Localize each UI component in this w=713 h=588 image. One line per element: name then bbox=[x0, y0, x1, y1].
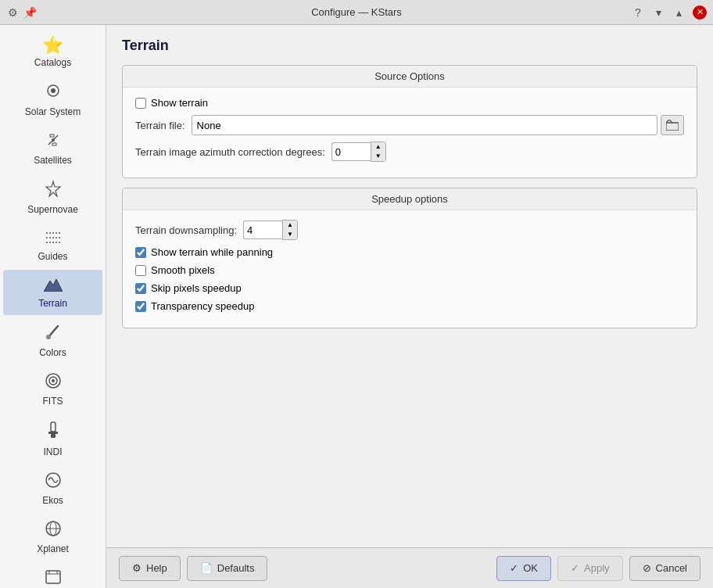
defaults-label: Defaults bbox=[217, 562, 255, 574]
main-container: ⭐ Catalogs Solar System Satellites bbox=[0, 25, 713, 588]
bottom-right-buttons: ✓ OK ✓ Apply ⊘ Cancel bbox=[496, 556, 700, 581]
show-terrain-panning-label: Show terrain while panning bbox=[151, 246, 273, 258]
solar-system-icon bbox=[45, 82, 62, 104]
svg-rect-18 bbox=[51, 434, 56, 438]
downsampling-increment-button[interactable]: ▲ bbox=[283, 220, 297, 230]
ekos-icon bbox=[45, 471, 62, 493]
browse-file-button[interactable] bbox=[661, 115, 684, 135]
azimuth-input[interactable] bbox=[331, 142, 371, 161]
smooth-pixels-label: Smooth pixels bbox=[151, 264, 215, 276]
apply-icon: ✓ bbox=[571, 562, 579, 574]
defaults-icon: 📄 bbox=[200, 562, 213, 574]
content-area: Terrain Source Options Show terrain Terr… bbox=[106, 25, 713, 588]
terrain-file-row: Terrain file: bbox=[135, 115, 684, 135]
sidebar-item-guides[interactable]: Guides bbox=[3, 223, 102, 268]
defaults-button[interactable]: 📄 Defaults bbox=[187, 556, 268, 581]
terrain-file-label: Terrain file: bbox=[135, 120, 185, 131]
maximize-icon[interactable]: ▴ bbox=[672, 6, 685, 19]
svg-point-5 bbox=[52, 138, 55, 142]
sidebar-item-label: Colors bbox=[39, 347, 66, 358]
sidebar-item-catalogs[interactable]: ⭐ Catalogs bbox=[3, 29, 102, 74]
page-content: Terrain Source Options Show terrain Terr… bbox=[106, 25, 713, 547]
svg-marker-6 bbox=[46, 181, 60, 196]
advanced-icon bbox=[45, 568, 62, 588]
sidebar-item-label: Terrain bbox=[38, 298, 67, 309]
downsampling-row: Terrain downsampling: ▲ ▼ bbox=[135, 220, 684, 240]
svg-rect-23 bbox=[46, 571, 60, 583]
smooth-pixels-checkbox[interactable] bbox=[135, 265, 146, 276]
sidebar-item-supernovae[interactable]: Supernovae bbox=[3, 174, 102, 220]
sidebar-item-label: Ekos bbox=[42, 495, 63, 506]
sidebar-item-label: Supernovae bbox=[27, 204, 78, 215]
sidebar-item-label: Satellites bbox=[34, 155, 72, 166]
close-button[interactable]: ✕ bbox=[693, 5, 707, 20]
azimuth-increment-button[interactable]: ▲ bbox=[371, 142, 385, 152]
speedup-options-body: Terrain downsampling: ▲ ▼ Show terrain w… bbox=[123, 210, 697, 328]
azimuth-spinbox: ▲ ▼ bbox=[331, 142, 386, 162]
sidebar-item-fits[interactable]: FITS bbox=[3, 366, 102, 413]
downsampling-label: Terrain downsampling: bbox=[135, 224, 237, 236]
window-title: Configure — KStars bbox=[311, 6, 402, 18]
ok-icon: ✓ bbox=[510, 562, 518, 574]
ok-button[interactable]: ✓ OK bbox=[496, 556, 551, 581]
help-icon: ⚙ bbox=[132, 562, 142, 574]
sidebar-item-label: Xplanet bbox=[37, 543, 69, 554]
svg-rect-27 bbox=[666, 123, 679, 131]
help-button[interactable]: ⚙ Help bbox=[119, 556, 181, 581]
downsampling-spinbox-buttons: ▲ ▼ bbox=[282, 220, 298, 240]
supernovae-icon bbox=[45, 180, 62, 202]
apply-label: Apply bbox=[584, 562, 610, 574]
sidebar-item-xplanet[interactable]: Xplanet bbox=[3, 514, 102, 561]
titlebar: ⚙ 📌 Configure — KStars ? ▾ ▴ ✕ bbox=[0, 0, 713, 25]
cancel-icon: ⊘ bbox=[643, 562, 651, 574]
terrain-file-input[interactable] bbox=[192, 115, 657, 135]
speedup-options-title: Speedup options bbox=[123, 188, 697, 210]
sidebar-item-solar-system[interactable]: Solar System bbox=[3, 76, 102, 123]
apply-button[interactable]: ✓ Apply bbox=[557, 556, 623, 581]
help-icon[interactable]: ? bbox=[632, 6, 644, 19]
ok-label: OK bbox=[523, 562, 538, 574]
titlebar-left-icons: ⚙ 📌 bbox=[6, 6, 36, 19]
speedup-options-section: Speedup options Terrain downsampling: ▲ … bbox=[122, 188, 697, 328]
downsampling-spinbox: ▲ ▼ bbox=[243, 220, 298, 240]
bottom-left-buttons: ⚙ Help 📄 Defaults bbox=[119, 556, 267, 581]
sidebar-item-advanced[interactable]: Advanced bbox=[3, 562, 102, 588]
transparency-label: Transparency speedup bbox=[151, 300, 255, 312]
skip-pixels-label: Skip pixels speedup bbox=[151, 282, 242, 294]
azimuth-spinbox-buttons: ▲ ▼ bbox=[371, 142, 386, 162]
sidebar-item-indi[interactable]: INDI bbox=[3, 414, 102, 463]
source-options-body: Show terrain Terrain file: Terrain image… bbox=[123, 88, 697, 177]
source-options-section: Source Options Show terrain Terrain file… bbox=[122, 65, 697, 178]
minimize-icon[interactable]: ▾ bbox=[652, 6, 665, 19]
smooth-pixels-row: Smooth pixels bbox=[135, 264, 684, 276]
sidebar-item-label: FITS bbox=[43, 396, 63, 407]
sidebar-item-terrain[interactable]: Terrain bbox=[3, 270, 102, 315]
sidebar-item-colors[interactable]: Colors bbox=[3, 317, 102, 364]
svg-rect-4 bbox=[52, 143, 56, 145]
skip-pixels-checkbox[interactable] bbox=[135, 283, 146, 294]
sidebar-item-label: INDI bbox=[44, 446, 63, 457]
show-terrain-checkbox[interactable] bbox=[135, 98, 146, 109]
sidebar-item-label: Guides bbox=[38, 251, 67, 262]
sidebar-item-ekos[interactable]: Ekos bbox=[3, 465, 102, 512]
show-terrain-panning-checkbox[interactable] bbox=[135, 247, 146, 258]
show-terrain-panning-row: Show terrain while panning bbox=[135, 246, 684, 258]
azimuth-label: Terrain image azimuth correction degrees… bbox=[135, 146, 325, 158]
transparency-checkbox[interactable] bbox=[135, 301, 146, 312]
catalogs-icon: ⭐ bbox=[42, 35, 63, 56]
indi-icon bbox=[45, 421, 61, 444]
skip-pixels-row: Skip pixels speedup bbox=[135, 282, 684, 294]
svg-point-12 bbox=[46, 335, 51, 339]
fits-icon bbox=[45, 372, 62, 394]
sidebar-item-satellites[interactable]: Satellites bbox=[3, 125, 102, 172]
sidebar-item-label: Solar System bbox=[25, 106, 81, 117]
downsampling-decrement-button[interactable]: ▼ bbox=[283, 230, 297, 239]
azimuth-decrement-button[interactable]: ▼ bbox=[371, 152, 385, 161]
cancel-button[interactable]: ⊘ Cancel bbox=[629, 556, 700, 581]
satellites-icon bbox=[45, 131, 62, 153]
app-icon: ⚙ bbox=[6, 6, 19, 19]
titlebar-right-icons: ? ▾ ▴ ✕ bbox=[632, 5, 707, 20]
svg-point-1 bbox=[51, 88, 56, 93]
downsampling-input[interactable] bbox=[243, 220, 282, 239]
svg-point-15 bbox=[52, 379, 55, 382]
